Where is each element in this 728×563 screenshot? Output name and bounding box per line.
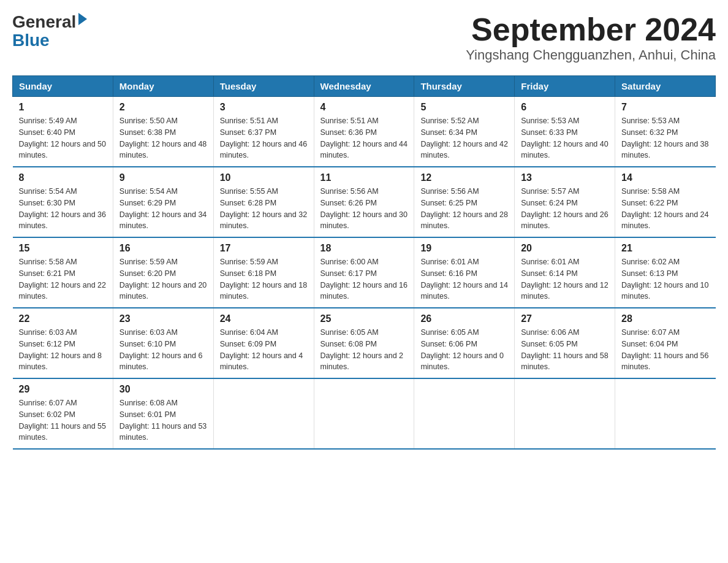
day-info: Sunrise: 6:00 AMSunset: 6:17 PMDaylight:… bbox=[320, 256, 408, 302]
month-title: September 2024 bbox=[466, 12, 716, 47]
day-info: Sunrise: 6:05 AMSunset: 6:06 PMDaylight:… bbox=[420, 327, 508, 373]
day-info: Sunrise: 5:56 AMSunset: 6:25 PMDaylight:… bbox=[420, 186, 508, 232]
day-number: 23 bbox=[119, 313, 207, 324]
day-info: Sunrise: 5:54 AMSunset: 6:30 PMDaylight:… bbox=[19, 186, 107, 232]
weekday-header-wednesday: Wednesday bbox=[314, 76, 414, 97]
day-info: Sunrise: 5:57 AMSunset: 6:24 PMDaylight:… bbox=[521, 186, 609, 232]
weekday-header-saturday: Saturday bbox=[615, 76, 716, 97]
weekday-header-monday: Monday bbox=[113, 76, 213, 97]
calendar-day-cell: 16Sunrise: 5:59 AMSunset: 6:20 PMDayligh… bbox=[113, 237, 213, 308]
day-info: Sunrise: 6:07 AMSunset: 6:04 PMDaylight:… bbox=[621, 327, 709, 373]
day-info: Sunrise: 5:59 AMSunset: 6:20 PMDaylight:… bbox=[119, 256, 207, 302]
day-number: 16 bbox=[119, 243, 207, 254]
day-info: Sunrise: 5:55 AMSunset: 6:28 PMDaylight:… bbox=[220, 186, 308, 232]
logo: General Blue bbox=[12, 12, 87, 49]
day-number: 20 bbox=[521, 243, 609, 254]
calendar-day-cell: 30Sunrise: 6:08 AMSunset: 6:01 PMDayligh… bbox=[113, 378, 213, 449]
calendar-day-cell: 3Sunrise: 5:51 AMSunset: 6:37 PMDaylight… bbox=[213, 97, 314, 167]
calendar-day-cell: 7Sunrise: 5:53 AMSunset: 6:32 PMDaylight… bbox=[615, 97, 716, 167]
calendar-day-cell: 20Sunrise: 6:01 AMSunset: 6:14 PMDayligh… bbox=[515, 237, 615, 308]
day-info: Sunrise: 5:51 AMSunset: 6:37 PMDaylight:… bbox=[220, 115, 308, 161]
day-number: 26 bbox=[420, 313, 508, 324]
day-info: Sunrise: 6:05 AMSunset: 6:08 PMDaylight:… bbox=[320, 327, 408, 373]
weekday-header-thursday: Thursday bbox=[414, 76, 515, 97]
weekday-header-friday: Friday bbox=[515, 76, 615, 97]
day-number: 6 bbox=[521, 102, 609, 113]
day-info: Sunrise: 6:07 AMSunset: 6:02 PMDaylight:… bbox=[19, 397, 107, 443]
day-number: 10 bbox=[220, 172, 308, 183]
day-info: Sunrise: 5:50 AMSunset: 6:38 PMDaylight:… bbox=[119, 115, 207, 161]
calendar-week-row: 1Sunrise: 5:49 AMSunset: 6:40 PMDaylight… bbox=[13, 97, 716, 167]
calendar-week-row: 29Sunrise: 6:07 AMSunset: 6:02 PMDayligh… bbox=[13, 378, 716, 449]
calendar-day-cell: 26Sunrise: 6:05 AMSunset: 6:06 PMDayligh… bbox=[414, 308, 515, 378]
logo-general: General bbox=[12, 12, 76, 32]
day-info: Sunrise: 5:58 AMSunset: 6:22 PMDaylight:… bbox=[621, 186, 709, 232]
day-number: 12 bbox=[420, 172, 508, 183]
day-info: Sunrise: 5:56 AMSunset: 6:26 PMDaylight:… bbox=[320, 186, 408, 232]
calendar-day-cell: 17Sunrise: 5:59 AMSunset: 6:18 PMDayligh… bbox=[213, 237, 314, 308]
day-info: Sunrise: 5:53 AMSunset: 6:33 PMDaylight:… bbox=[521, 115, 609, 161]
day-number: 13 bbox=[521, 172, 609, 183]
calendar-table: SundayMondayTuesdayWednesdayThursdayFrid… bbox=[12, 75, 716, 450]
calendar-day-cell: 21Sunrise: 6:02 AMSunset: 6:13 PMDayligh… bbox=[615, 237, 716, 308]
logo-arrow-icon bbox=[78, 13, 87, 25]
calendar-empty-cell bbox=[615, 378, 716, 449]
calendar-day-cell: 24Sunrise: 6:04 AMSunset: 6:09 PMDayligh… bbox=[213, 308, 314, 378]
day-number: 4 bbox=[320, 102, 408, 113]
calendar-day-cell: 5Sunrise: 5:52 AMSunset: 6:34 PMDaylight… bbox=[414, 97, 515, 167]
calendar-day-cell: 10Sunrise: 5:55 AMSunset: 6:28 PMDayligh… bbox=[213, 167, 314, 237]
calendar-day-cell: 28Sunrise: 6:07 AMSunset: 6:04 PMDayligh… bbox=[615, 308, 716, 378]
day-number: 28 bbox=[621, 313, 709, 324]
day-number: 1 bbox=[19, 102, 107, 113]
calendar-day-cell: 1Sunrise: 5:49 AMSunset: 6:40 PMDaylight… bbox=[13, 97, 113, 167]
day-info: Sunrise: 6:01 AMSunset: 6:14 PMDaylight:… bbox=[521, 256, 609, 302]
day-info: Sunrise: 6:03 AMSunset: 6:12 PMDaylight:… bbox=[19, 327, 107, 373]
calendar-day-cell: 2Sunrise: 5:50 AMSunset: 6:38 PMDaylight… bbox=[113, 97, 213, 167]
day-number: 14 bbox=[621, 172, 709, 183]
calendar-empty-cell bbox=[314, 378, 414, 449]
calendar-week-row: 22Sunrise: 6:03 AMSunset: 6:12 PMDayligh… bbox=[13, 308, 716, 378]
calendar-day-cell: 15Sunrise: 5:58 AMSunset: 6:21 PMDayligh… bbox=[13, 237, 113, 308]
day-number: 25 bbox=[320, 313, 408, 324]
weekday-header-row: SundayMondayTuesdayWednesdayThursdayFrid… bbox=[13, 76, 716, 97]
day-info: Sunrise: 5:49 AMSunset: 6:40 PMDaylight:… bbox=[19, 115, 107, 161]
location: Yingshang Chengguanzhen, Anhui, China bbox=[466, 47, 716, 63]
page-header: General Blue September 2024 Yingshang Ch… bbox=[12, 12, 716, 63]
day-info: Sunrise: 5:54 AMSunset: 6:29 PMDaylight:… bbox=[119, 186, 207, 232]
calendar-day-cell: 9Sunrise: 5:54 AMSunset: 6:29 PMDaylight… bbox=[113, 167, 213, 237]
day-number: 19 bbox=[420, 243, 508, 254]
calendar-day-cell: 12Sunrise: 5:56 AMSunset: 6:25 PMDayligh… bbox=[414, 167, 515, 237]
weekday-header-sunday: Sunday bbox=[13, 76, 113, 97]
day-number: 29 bbox=[19, 384, 107, 395]
day-number: 5 bbox=[420, 102, 508, 113]
day-info: Sunrise: 6:04 AMSunset: 6:09 PMDaylight:… bbox=[220, 327, 308, 373]
day-number: 30 bbox=[119, 384, 207, 395]
day-info: Sunrise: 5:51 AMSunset: 6:36 PMDaylight:… bbox=[320, 115, 408, 161]
calendar-day-cell: 23Sunrise: 6:03 AMSunset: 6:10 PMDayligh… bbox=[113, 308, 213, 378]
calendar-day-cell: 19Sunrise: 6:01 AMSunset: 6:16 PMDayligh… bbox=[414, 237, 515, 308]
calendar-day-cell: 13Sunrise: 5:57 AMSunset: 6:24 PMDayligh… bbox=[515, 167, 615, 237]
day-info: Sunrise: 6:02 AMSunset: 6:13 PMDaylight:… bbox=[621, 256, 709, 302]
day-info: Sunrise: 6:06 AMSunset: 6:05 PMDaylight:… bbox=[521, 327, 609, 373]
day-number: 27 bbox=[521, 313, 609, 324]
day-number: 8 bbox=[19, 172, 107, 183]
calendar-day-cell: 6Sunrise: 5:53 AMSunset: 6:33 PMDaylight… bbox=[515, 97, 615, 167]
day-info: Sunrise: 6:03 AMSunset: 6:10 PMDaylight:… bbox=[119, 327, 207, 373]
day-number: 24 bbox=[220, 313, 308, 324]
day-number: 9 bbox=[119, 172, 207, 183]
calendar-day-cell: 4Sunrise: 5:51 AMSunset: 6:36 PMDaylight… bbox=[314, 97, 414, 167]
day-number: 22 bbox=[19, 313, 107, 324]
calendar-day-cell: 11Sunrise: 5:56 AMSunset: 6:26 PMDayligh… bbox=[314, 167, 414, 237]
day-number: 21 bbox=[621, 243, 709, 254]
day-info: Sunrise: 6:01 AMSunset: 6:16 PMDaylight:… bbox=[420, 256, 508, 302]
calendar-day-cell: 14Sunrise: 5:58 AMSunset: 6:22 PMDayligh… bbox=[615, 167, 716, 237]
day-info: Sunrise: 5:53 AMSunset: 6:32 PMDaylight:… bbox=[621, 115, 709, 161]
day-number: 15 bbox=[19, 243, 107, 254]
day-info: Sunrise: 5:58 AMSunset: 6:21 PMDaylight:… bbox=[19, 256, 107, 302]
title-section: September 2024 Yingshang Chengguanzhen, … bbox=[466, 12, 716, 63]
day-info: Sunrise: 6:08 AMSunset: 6:01 PMDaylight:… bbox=[119, 397, 207, 443]
day-number: 7 bbox=[621, 102, 709, 113]
day-number: 11 bbox=[320, 172, 408, 183]
calendar-day-cell: 25Sunrise: 6:05 AMSunset: 6:08 PMDayligh… bbox=[314, 308, 414, 378]
calendar-day-cell: 8Sunrise: 5:54 AMSunset: 6:30 PMDaylight… bbox=[13, 167, 113, 237]
